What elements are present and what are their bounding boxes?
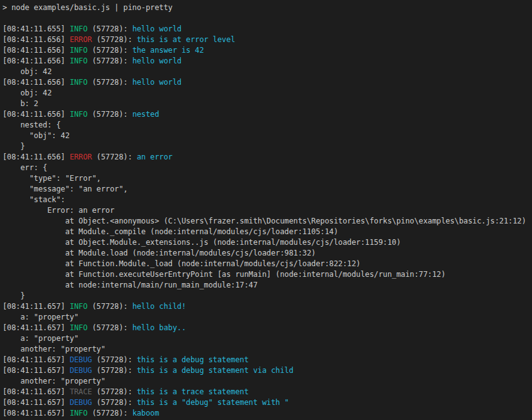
log-text: (57728): xyxy=(87,24,132,33)
terminal-line: [08:41:11.655] INFO (57728): hello world xyxy=(3,24,532,35)
terminal-line: "message": "an error", xyxy=(3,184,532,195)
log-message: hello world xyxy=(133,57,182,65)
terminal-line: at Module.load (node:internal/modules/cj… xyxy=(3,248,532,259)
log-level-debug: DEBUG xyxy=(70,366,92,375)
log-text: (57728): xyxy=(92,355,137,364)
log-text: obj: 42 xyxy=(3,89,52,97)
terminal-line: at Object.<anonymous> (C:\Users\frazer.s… xyxy=(3,216,532,227)
log-text: (57728): xyxy=(92,366,137,375)
log-text: "stack": xyxy=(3,195,65,204)
log-text: [08:41:11.657] xyxy=(3,355,70,364)
log-level-info: INFO xyxy=(70,78,88,87)
terminal-blank-line xyxy=(3,13,532,24)
terminal-line: at Function.Module._load (node:internal/… xyxy=(3,259,532,269)
log-message: hello world xyxy=(133,78,182,87)
log-text: (57728): xyxy=(92,387,137,396)
log-level-debug: DEBUG xyxy=(70,355,92,364)
terminal-line: [08:41:11.657] DEBUG (57728): this is a … xyxy=(3,365,532,376)
terminal-line: [08:41:11.657] TRACE (57728): this is a … xyxy=(3,387,532,397)
log-text: [08:41:11.656] xyxy=(3,35,70,44)
terminal-line: a: "property" xyxy=(3,312,532,323)
log-text: another: "property" xyxy=(3,345,106,353)
log-message: hello world xyxy=(133,24,182,33)
log-level-info: INFO xyxy=(70,110,88,119)
log-text: err: { xyxy=(3,163,47,172)
log-text: (57728): xyxy=(87,110,132,119)
log-text: another: "property" xyxy=(3,377,106,385)
log-message: kaboom xyxy=(133,409,160,417)
log-level-info: INFO xyxy=(70,409,88,417)
terminal-line: at Module._compile (node:internal/module… xyxy=(3,227,532,237)
terminal-line: [08:41:11.656] ERROR (57728): an error xyxy=(3,152,532,163)
log-text: (57728): xyxy=(87,409,132,417)
log-message: this is a debug statement via child xyxy=(137,366,293,375)
terminal-line: a: "property" xyxy=(3,333,532,344)
terminal-line: [08:41:11.656] INFO (57728): hello world xyxy=(3,77,532,88)
terminal-line: obj: 42 xyxy=(3,67,532,77)
log-text: Error: an error xyxy=(3,206,114,215)
log-text: at Object.Module._extensions..js (node:i… xyxy=(3,238,401,247)
log-text: at Module._compile (node:internal/module… xyxy=(3,227,338,236)
log-text: (57728): xyxy=(92,153,137,161)
log-text: "type": "Error", xyxy=(3,174,101,183)
log-level-trace: TRACE xyxy=(70,387,92,396)
log-level-info: INFO xyxy=(70,323,88,332)
log-text: "message": "an error", xyxy=(3,185,128,193)
log-text: "obj": 42 xyxy=(3,131,70,140)
log-text: (57728): xyxy=(87,57,132,65)
log-text: [08:41:11.656] xyxy=(3,46,70,55)
log-message: nested xyxy=(133,110,160,119)
terminal-line: Error: an error xyxy=(3,205,532,216)
terminal-line: at Function.executeUserEntryPoint [as ru… xyxy=(3,269,532,280)
log-message: this is a debug statement xyxy=(137,355,249,364)
log-level-info: INFO xyxy=(70,57,88,65)
log-text: at node:internal/main/run_main_module:17… xyxy=(3,281,258,289)
log-text: [08:41:11.657] xyxy=(3,387,70,396)
log-text: [08:41:11.656] xyxy=(3,78,70,87)
log-text: at Module.load (node:internal/modules/cj… xyxy=(3,249,316,257)
log-text: b: 2 xyxy=(3,99,38,108)
log-level-info: INFO xyxy=(70,302,88,311)
terminal-line: err: { xyxy=(3,163,532,173)
log-text: obj: 42 xyxy=(3,67,52,76)
log-text: at Object.<anonymous> (C:\Users\frazer.s… xyxy=(3,217,526,225)
log-level-debug: DEBUG xyxy=(70,398,92,407)
terminal-line: } xyxy=(3,291,532,301)
terminal-line: "type": "Error", xyxy=(3,173,532,184)
terminal-line: [08:41:11.656] INFO (57728): the answer … xyxy=(3,45,532,56)
log-level-info: INFO xyxy=(70,46,88,55)
log-level-error: ERROR xyxy=(70,153,92,161)
log-message: an error xyxy=(137,153,173,161)
log-text: > node examples/basic.js | pino-pretty xyxy=(3,3,173,12)
log-level-error: ERROR xyxy=(70,35,92,44)
log-text: (57728): xyxy=(87,323,132,332)
terminal-line: [08:41:11.657] DEBUG (57728): this is a … xyxy=(3,355,532,365)
log-text: at Function.Module._load (node:internal/… xyxy=(3,259,361,268)
terminal-line: } xyxy=(3,141,532,152)
terminal-line: obj: 42 xyxy=(3,88,532,99)
log-message: hello baby.. xyxy=(133,323,187,332)
log-text: a: "property" xyxy=(3,334,79,343)
log-message: the answer is 42 xyxy=(133,46,204,55)
terminal-line: [08:41:11.656] ERROR (57728): this is at… xyxy=(3,35,532,45)
terminal-line: at Object.Module._extensions..js (node:i… xyxy=(3,237,532,248)
terminal-line: [08:41:11.657] DEBUG (57728): this is a … xyxy=(3,397,532,408)
log-text: [08:41:11.657] xyxy=(3,398,70,407)
terminal-line: another: "property" xyxy=(3,344,532,355)
log-text: (57728): xyxy=(87,302,132,311)
terminal-line: [08:41:11.657] INFO (57728): hello child… xyxy=(3,301,532,312)
terminal-line: [08:41:11.656] INFO (57728): hello world xyxy=(3,56,532,67)
log-text: (57728): xyxy=(87,46,132,55)
log-text: a: "property" xyxy=(3,313,79,321)
log-text: [08:41:11.656] xyxy=(3,57,70,65)
log-text: (57728): xyxy=(92,35,137,44)
terminal-line: > node examples/basic.js | pino-pretty xyxy=(3,3,532,13)
terminal-line: [08:41:11.657] INFO (57728): hello baby.… xyxy=(3,323,532,333)
terminal-window[interactable]: > node examples/basic.js | pino-pretty [… xyxy=(0,0,532,420)
terminal-line: nested: { xyxy=(3,120,532,131)
log-text: [08:41:11.656] xyxy=(3,110,70,119)
log-text: [08:41:11.657] xyxy=(3,302,70,311)
log-text: } xyxy=(3,142,25,151)
terminal-line: "stack": xyxy=(3,195,532,205)
log-text: [08:41:11.657] xyxy=(3,409,70,417)
